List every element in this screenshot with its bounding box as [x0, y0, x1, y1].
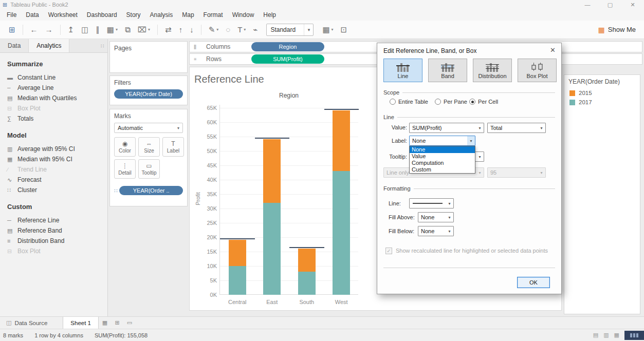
- value-dropdown[interactable]: SUM(Profit) ▾: [409, 123, 484, 133]
- reference-line-south[interactable]: [289, 247, 324, 248]
- panel-options-icon[interactable]: ∷: [101, 43, 104, 49]
- menu-dashboard[interactable]: Dashboard: [82, 9, 122, 21]
- menu-format[interactable]: Format: [199, 9, 228, 21]
- new-data-source-icon[interactable]: ◫: [81, 26, 88, 34]
- marks-card-title: Marks: [110, 109, 187, 122]
- clear-sheet-icon[interactable]: ⌧▾: [138, 26, 150, 34]
- menu-story[interactable]: Story: [122, 9, 145, 21]
- bar-segment-2017-west[interactable]: [333, 171, 350, 295]
- label-option-value[interactable]: Value: [410, 153, 475, 160]
- menu-help[interactable]: Help: [259, 9, 281, 21]
- label-option-custom[interactable]: Custom: [410, 166, 475, 173]
- fill-above-dropdown[interactable]: None ▾: [418, 212, 454, 222]
- bar-segment-2015-central[interactable]: [229, 240, 246, 266]
- menu-file[interactable]: File: [2, 9, 21, 21]
- show-sheet-sorter-icon[interactable]: ▦: [614, 332, 619, 338]
- analytics-item-median-with-95-ci[interactable]: ▦Median with 95% CI: [7, 154, 107, 164]
- new-story-tab-icon[interactable]: ▭: [123, 319, 136, 326]
- mark-type-dropdown[interactable]: Automatic ▾: [114, 123, 183, 133]
- columns-pill[interactable]: Region: [251, 42, 324, 51]
- tableau-logo-icon[interactable]: ⊞: [9, 26, 15, 34]
- marks-color-button[interactable]: ◉Color: [114, 137, 136, 157]
- bar-segment-2017-central[interactable]: [229, 266, 246, 295]
- maximize-button[interactable]: ▢: [599, 0, 621, 9]
- aggregation-dropdown[interactable]: Total ▾: [487, 123, 546, 133]
- bar-segment-2015-south[interactable]: [298, 249, 316, 272]
- menu-map[interactable]: Map: [177, 9, 198, 21]
- show-filmstrip-icon[interactable]: ▥: [603, 332, 609, 338]
- analytics-item-average-line[interactable]: ┄Average Line: [7, 83, 107, 93]
- analytics-item-reference-line[interactable]: ─Reference Line: [7, 215, 107, 225]
- filter-pill[interactable]: YEAR(Order Date): [114, 89, 183, 99]
- dialog-close-icon[interactable]: ✕: [550, 46, 556, 54]
- sheet-tab-sheet-1[interactable]: Sheet 1: [63, 317, 99, 329]
- dialog-tab-band[interactable]: Band: [428, 59, 467, 82]
- dialog-tab-box-plot[interactable]: Box Plot: [518, 59, 557, 82]
- analytics-item-totals[interactable]: ∑Totals: [7, 113, 107, 124]
- reference-line-west[interactable]: [324, 109, 359, 110]
- analytics-item-average-with-95-ci[interactable]: ▥Average with 95% CI: [7, 144, 107, 154]
- new-dashboard-tab-icon[interactable]: ⊞: [111, 319, 123, 326]
- marks-buttons: ◉Color⇔SizeTLabel⋮Detail▭Tooltip: [110, 137, 188, 179]
- label-option-none[interactable]: None: [410, 146, 475, 153]
- undo-icon[interactable]: ←: [30, 26, 38, 34]
- marks-label-button[interactable]: TLabel: [162, 137, 184, 157]
- show-tabs-icon[interactable]: ▤: [593, 332, 598, 338]
- label-dropdown[interactable]: None ▾: [409, 136, 475, 146]
- menu-analysis[interactable]: Analysis: [145, 9, 178, 21]
- minimize-button[interactable]: —: [576, 0, 599, 9]
- dialog-tab-line[interactable]: Line: [383, 59, 422, 82]
- menu-window[interactable]: Window: [228, 9, 259, 21]
- tab-data[interactable]: Data: [0, 39, 29, 52]
- presentation-mode-icon[interactable]: ⊡: [341, 26, 347, 34]
- reference-line-east[interactable]: [255, 138, 290, 139]
- duplicate-sheet-icon[interactable]: ⧉: [125, 26, 131, 34]
- marks-size-button[interactable]: ⇔Size: [138, 137, 160, 157]
- fit-dropdown[interactable]: Standard ▾: [266, 24, 314, 36]
- show-hide-cards-icon[interactable]: ▦▾: [322, 26, 333, 34]
- tab-analytics[interactable]: Analytics: [29, 39, 69, 52]
- bar-segment-2017-east[interactable]: [263, 203, 281, 295]
- legend-item-2015[interactable]: 2015: [564, 88, 640, 98]
- redo-icon[interactable]: →: [45, 26, 53, 34]
- data-source-tab[interactable]: ◫ Data Source: [0, 317, 53, 329]
- scope-radio-entire-table[interactable]: Entire Table: [390, 99, 428, 105]
- marks-tooltip-button[interactable]: ▭Tooltip: [138, 159, 160, 179]
- analytics-item-constant-line[interactable]: ▬Constant Line: [7, 72, 107, 83]
- fix-axes-icon[interactable]: ⌁: [253, 26, 257, 34]
- menu-data[interactable]: Data: [21, 9, 43, 21]
- dialog-tab-distribution[interactable]: Distribution: [473, 59, 512, 82]
- show-me-button[interactable]: ▦ Show Me: [598, 26, 636, 34]
- save-icon[interactable]: ↥: [68, 26, 75, 34]
- menu-worksheet[interactable]: Worksheet: [44, 9, 82, 21]
- scope-radio-per-cell[interactable]: Per Cell: [469, 99, 498, 105]
- legend-item-2017[interactable]: 2017: [564, 98, 640, 107]
- highlight-icon[interactable]: ✎▾: [209, 26, 219, 34]
- sort-ascending-icon[interactable]: ↑: [179, 26, 183, 34]
- rows-pill[interactable]: SUM(Profit): [251, 54, 324, 64]
- analytics-item-cluster[interactable]: ∷Cluster: [7, 185, 107, 195]
- reference-line-central[interactable]: [220, 238, 255, 239]
- label-option-computation[interactable]: Computation: [410, 160, 475, 166]
- scope-radio-per-pane[interactable]: Per Pane: [435, 99, 467, 105]
- line-style-dropdown[interactable]: ▾: [409, 198, 454, 209]
- analytics-item-distribution-band[interactable]: ≡Distribution Band: [7, 236, 107, 246]
- bar-segment-2015-west[interactable]: [333, 110, 350, 171]
- bar-segment-2017-south[interactable]: [298, 272, 316, 295]
- sort-descending-icon[interactable]: ↓: [190, 26, 194, 34]
- show-mark-labels-icon[interactable]: T▾: [237, 26, 246, 34]
- marks-pill[interactable]: YEAR(Order ..: [119, 186, 183, 195]
- ok-button[interactable]: OK: [517, 277, 550, 288]
- fill-below-dropdown[interactable]: None ▾: [418, 226, 454, 236]
- pause-auto-updates-icon[interactable]: ∥: [96, 26, 100, 34]
- drop-lines-icon[interactable]: ◌: [226, 26, 230, 34]
- swap-axes-icon[interactable]: ⇄: [165, 26, 172, 34]
- bar-segment-2015-east[interactable]: [263, 139, 281, 202]
- marks-detail-button[interactable]: ⋮Detail: [114, 159, 136, 179]
- analytics-item-reference-band[interactable]: ▤Reference Band: [7, 225, 107, 236]
- new-worksheet-tab-icon[interactable]: ▦: [99, 319, 111, 326]
- close-button[interactable]: ✕: [621, 0, 644, 9]
- analytics-item-median-with-quartiles[interactable]: ▤Median with Quartiles: [7, 93, 107, 103]
- new-worksheet-icon[interactable]: ▦▾: [107, 26, 118, 34]
- analytics-item-forecast[interactable]: ∿Forecast: [7, 175, 107, 185]
